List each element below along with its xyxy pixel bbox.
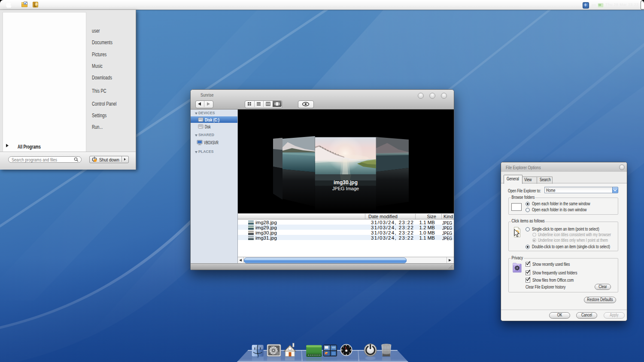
svg-text:img30.jpg: img30.jpg	[334, 179, 358, 186]
svg-text:JPEG Image: JPEG Image	[332, 186, 359, 191]
